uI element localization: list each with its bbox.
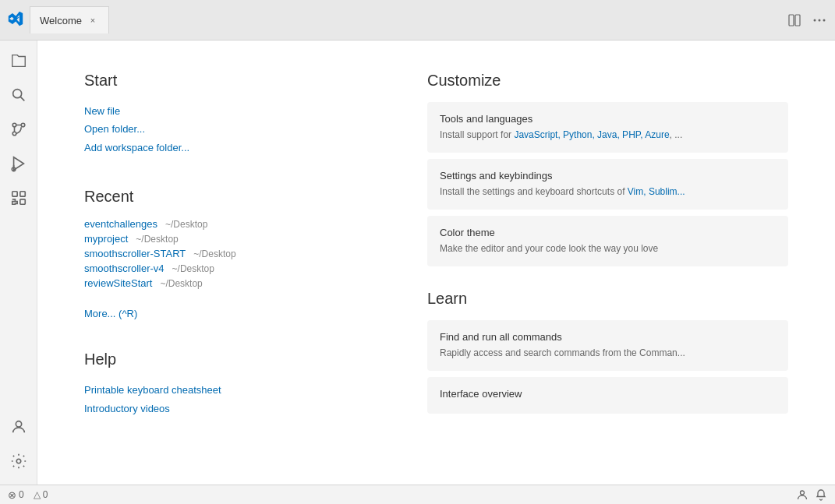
warning-icon: △	[34, 489, 41, 500]
recent-name-3[interactable]: smoothscroller-v4	[84, 263, 165, 274]
warnings-status[interactable]: △ 0	[34, 489, 48, 500]
activity-bar	[0, 41, 37, 485]
settings-keybindings-desc: Install the settings and keyboard shortc…	[440, 185, 776, 199]
welcome-content: Start New file Open folder... Add worksp…	[37, 41, 835, 485]
svg-rect-0	[789, 15, 794, 26]
more-actions-button[interactable]	[812, 12, 827, 28]
tools-languages-desc: Install support for JavaScript, Python, …	[440, 128, 776, 142]
svg-point-5	[12, 90, 21, 98]
recent-name-4[interactable]: reviewSiteStart	[84, 277, 152, 289]
bell-status-icon[interactable]	[815, 488, 827, 501]
tools-languages-card[interactable]: Tools and languages Install support for …	[427, 102, 788, 153]
svg-point-3	[819, 19, 821, 21]
recent-item-3: smoothscroller-v4 ~/Desktop	[84, 263, 380, 274]
vscode-logo-icon	[8, 11, 23, 29]
find-run-desc: Rapidly access and search commands from …	[440, 346, 776, 360]
interface-overview-card[interactable]: Interface overview	[427, 377, 788, 414]
recent-item-0: eventchallenges ~/Desktop	[84, 218, 380, 230]
learn-section: Learn Find and run all commands Rapidly …	[427, 290, 788, 414]
activity-item-settings[interactable]	[5, 447, 33, 475]
svg-point-4	[823, 19, 826, 21]
find-run-commands-card[interactable]: Find and run all commands Rapidly access…	[427, 320, 788, 371]
color-theme-title: Color theme	[440, 227, 776, 238]
activity-item-explorer[interactable]	[5, 47, 33, 75]
recent-path-4: ~/Desktop	[160, 278, 202, 289]
recent-name-1[interactable]: myproject	[84, 233, 128, 245]
errors-status[interactable]: ⊗ 0	[8, 489, 24, 501]
status-left: ⊗ 0 △ 0	[8, 489, 48, 501]
tab-close-button[interactable]: ×	[87, 14, 99, 26]
new-file-link[interactable]: New file	[84, 102, 380, 120]
settings-keybindings-card[interactable]: Settings and keybindings Install the set…	[427, 159, 788, 210]
error-icon: ⊗	[8, 489, 16, 501]
content-area: Start New file Open folder... Add worksp…	[37, 41, 835, 485]
open-folder-link[interactable]: Open folder...	[84, 120, 380, 138]
title-bar-actions	[787, 12, 827, 28]
svg-rect-1	[795, 15, 800, 26]
main-layout: Start New file Open folder... Add worksp…	[0, 41, 835, 485]
recent-path-1: ~/Desktop	[136, 234, 178, 245]
activity-item-account[interactable]	[5, 413, 33, 441]
recent-name-2[interactable]: smoothscroller-START	[84, 248, 186, 259]
account-status-icon[interactable]	[796, 488, 808, 501]
svg-point-7	[12, 123, 16, 127]
activity-item-source-control[interactable]	[5, 115, 33, 143]
recent-section: Recent eventchallenges ~/Desktop myproje…	[84, 188, 380, 319]
svg-rect-14	[19, 192, 24, 196]
welcome-tab[interactable]: Welcome ×	[30, 6, 109, 33]
title-bar: Welcome ×	[0, 0, 835, 41]
svg-point-2	[814, 19, 816, 21]
tab-title: Welcome	[40, 15, 82, 26]
add-workspace-link[interactable]: Add workspace folder...	[84, 139, 380, 157]
interface-overview-title: Interface overview	[440, 388, 776, 400]
color-theme-desc: Make the editor and your code look the w…	[440, 241, 776, 256]
recent-name-0[interactable]: eventchallenges	[84, 218, 157, 230]
left-column: Start New file Open folder... Add worksp…	[84, 72, 380, 453]
svg-rect-13	[12, 192, 16, 196]
learn-title: Learn	[427, 290, 788, 308]
warning-count: 0	[43, 489, 48, 500]
svg-point-9	[12, 132, 16, 136]
split-editor-button[interactable]	[787, 12, 802, 28]
activity-item-run[interactable]	[5, 150, 33, 178]
recent-title: Recent	[84, 188, 380, 206]
help-title: Help	[84, 351, 380, 368]
svg-point-17	[16, 459, 21, 463]
recent-item-1: myproject ~/Desktop	[84, 233, 380, 245]
recent-path-2: ~/Desktop	[193, 248, 235, 259]
recent-item-2: smoothscroller-START ~/Desktop	[84, 248, 380, 259]
svg-point-18	[801, 491, 805, 495]
recent-path-3: ~/Desktop	[172, 263, 214, 274]
svg-point-16	[16, 421, 21, 427]
help-section: Help Printable keyboard cheatsheet Intro…	[84, 351, 380, 418]
status-right	[796, 488, 827, 501]
title-bar-left: Welcome ×	[8, 6, 109, 33]
activity-item-search[interactable]	[5, 81, 33, 109]
more-link[interactable]: More... (^R)	[84, 308, 137, 319]
svg-point-8	[21, 123, 25, 127]
intro-videos-link[interactable]: Introductory videos	[84, 400, 380, 418]
error-count: 0	[19, 489, 24, 500]
right-column: Customize Tools and languages Install su…	[427, 72, 788, 453]
find-run-title: Find and run all commands	[440, 331, 776, 343]
recent-path-0: ~/Desktop	[165, 219, 207, 230]
status-bar: ⊗ 0 △ 0	[0, 485, 835, 504]
svg-line-6	[20, 97, 24, 100]
start-title: Start	[84, 72, 380, 90]
customize-title: Customize	[427, 72, 788, 90]
start-section: Start New file Open folder... Add worksp…	[84, 72, 380, 157]
settings-keybindings-title: Settings and keybindings	[440, 170, 776, 182]
recent-item-4: reviewSiteStart ~/Desktop	[84, 277, 380, 289]
keyboard-cheatsheet-link[interactable]: Printable keyboard cheatsheet	[84, 381, 380, 399]
color-theme-card[interactable]: Color theme Make the editor and your cod…	[427, 216, 788, 266]
svg-rect-15	[19, 199, 24, 204]
activity-item-extensions[interactable]	[5, 184, 33, 212]
more-recent: More... (^R)	[84, 298, 380, 319]
tools-languages-title: Tools and languages	[440, 113, 776, 125]
customize-section: Customize Tools and languages Install su…	[427, 72, 788, 266]
